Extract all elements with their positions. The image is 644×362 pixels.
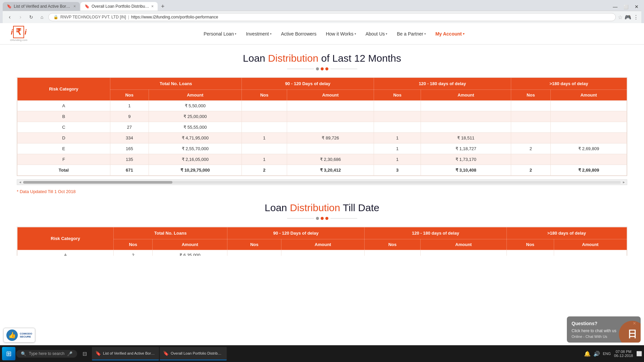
section1-title-black2: of Last 12 Months [318,53,401,64]
address-url: https://www.i2ifunding.com/portfolio-per… [131,15,218,19]
row-b-amt: ₹ 25,00,000 [149,111,241,122]
nav-item-how-it-works[interactable]: How it Works ▾ [321,24,361,44]
scroll-right-arrow[interactable]: ► [622,180,626,184]
new-tab-button[interactable]: + [158,2,167,11]
nav-item-active-borrowers[interactable]: Active Borrowers [276,24,321,44]
close-window-button[interactable]: ✕ [632,3,641,11]
t2-row-a-d120n [365,250,421,256]
row-d-d90n: 1 [241,133,287,143]
bookmark-button[interactable]: ☆ [618,14,623,20]
table1-container[interactable]: Risk Category Total No. Loans 90 - 120 D… [17,77,627,176]
browser-tab-2[interactable]: 🔖 Overall Loan Portfolio Distributio... … [80,2,158,11]
total-d90a: ₹ 3,20,412 [287,165,374,176]
nav-dropdown-be-a-partner: ▾ [424,32,426,36]
row-b-d90n [241,111,287,122]
th2-90-nos: Nos [227,239,281,250]
row-a-d120a [421,101,511,111]
table-row: B 9 ₹ 25,00,000 [17,111,627,122]
horizontal-scrollbar[interactable]: ◄ ► [17,179,627,185]
table-row: E 165 ₹ 2,55,70,000 1 ₹ 1,18,727 2 ₹ 2,6… [17,143,627,154]
scroll-left-arrow[interactable]: ◄ [18,180,22,184]
back-button[interactable]: ‹ [5,13,14,21]
th-180-amount: Amount [551,90,627,101]
row-d-d180n [511,133,550,143]
maximize-button[interactable]: ⬜ [621,3,631,11]
logo-subtext: i2ifunding.com [10,39,28,42]
row-a-d90a [287,101,374,111]
row-e-amt: ₹ 2,55,70,000 [149,143,241,154]
row-b-nos: 9 [110,111,149,122]
lock-icon: 🔒 [53,15,58,19]
nav-item-my-account[interactable]: My Account ▾ [431,24,469,44]
minimize-button[interactable]: — [610,3,620,11]
address-site: RNVP TECHNOLOGY PVT. LTD [IN] [60,15,126,19]
row-d-d120n: 1 [374,133,421,143]
row-b-d180a [551,111,627,122]
table2: Risk Category Total No. Loans 90 - 120 D… [17,227,627,256]
nav-dropdown-my-account: ▾ [463,32,465,36]
table-row: D 334 ₹ 4,71,95,000 1 ₹ 89,726 1 ₹ 18,51… [17,133,627,143]
row-f-d180a [551,154,627,165]
t2-row-a-d180n [506,250,554,256]
th-total-loans: Total No. Loans [110,78,241,90]
row-b-cat: B [17,111,110,122]
nav-dropdown-personal-loan: ▾ [235,32,236,36]
section2-title-black2: Till Date [340,202,379,213]
tab1-title: List of Verified and Active Borrow... [14,4,71,9]
nav-item-about-us[interactable]: About Us ▾ [361,24,392,44]
row-c-d90a [287,122,374,133]
address-separator: | [128,15,129,19]
more-options-button[interactable]: ⋮ [633,14,639,20]
th2-risk: Risk Category [17,227,114,250]
logo[interactable]: i ₹ i i2ifunding.com [10,23,34,44]
nav-label-active-borrowers: Active Borrowers [281,31,317,37]
table1: Risk Category Total No. Loans 90 - 120 D… [17,77,627,176]
th-90-120: 90 - 120 Days of delay [241,78,374,90]
th-120-nos: Nos [374,90,421,101]
row-f-d120a: ₹ 1,73,170 [421,154,511,165]
row-f-d120n: 1 [374,154,421,165]
section2-title-black1: Loan [265,202,290,213]
home-button[interactable]: ⌂ [38,13,46,21]
row-e-cat: E [17,143,110,154]
main-content: Loan Distribution of Last 12 Months Risk… [0,45,644,256]
th2-90-amount: Amount [281,239,365,250]
section2-title-orange: Distribution [290,202,340,213]
row-e-nos: 165 [110,143,149,154]
row-a-cat: A [17,101,110,111]
row-d-nos: 334 [110,133,149,143]
address-bar[interactable]: 🔒 RNVP TECHNOLOGY PVT. LTD [IN] | https:… [48,13,616,21]
reload-button[interactable]: ↻ [27,13,36,21]
section2-title: Loan Distribution Till Date [17,202,627,214]
row-f-cat: F [17,154,110,165]
tab1-close[interactable]: × [73,4,76,9]
browser-tab-1[interactable]: 🔖 List of Verified and Active Borrow... … [3,2,80,11]
nav-label-be-a-partner: Be a Partner [397,31,423,37]
forward-button[interactable]: › [16,13,25,21]
dot4 [316,217,319,220]
th2-90-120: 90 - 120 Days of delay [227,227,365,239]
extensions-button[interactable]: 🎮 [625,14,631,20]
th2-total: Total No. Loans [114,227,227,239]
table2-header-row1: Risk Category Total No. Loans 90 - 120 D… [17,227,627,239]
th2-total-nos: Nos [114,239,153,250]
row-b-d120n [374,111,421,122]
row-d-amt: ₹ 4,71,95,000 [149,133,241,143]
t2-row-a-d120a [420,250,506,256]
row-e-d180a: ₹ 2,69,809 [551,143,627,154]
section2-divider [17,217,627,220]
row-a-d120n [374,101,421,111]
nav-item-investment[interactable]: Investment ▾ [241,24,276,44]
nav-item-personal-loan[interactable]: Personal Loan ▾ [199,24,241,44]
row-c-cat: C [17,122,110,133]
t2-row-a-d90n [227,250,281,256]
th-120-amount: Amount [421,90,511,101]
nav-item-be-a-partner[interactable]: Be a Partner ▾ [392,24,431,44]
total-nos: 671 [110,165,149,176]
t2-row-a-nos: 2 [114,250,153,256]
th2-180-amount: Amount [554,239,627,250]
tab2-close[interactable]: × [151,4,154,9]
table2-container[interactable]: Risk Category Total No. Loans 90 - 120 D… [17,227,627,256]
row-d-cat: D [17,133,110,143]
row-d-d120a: ₹ 18,511 [421,133,511,143]
